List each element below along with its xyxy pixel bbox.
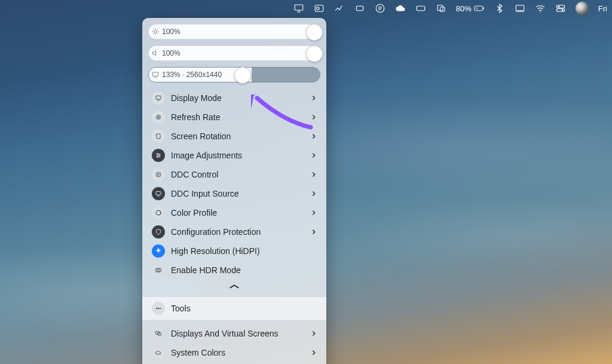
resolution-icon <box>149 71 162 79</box>
chevron-right-icon <box>311 329 317 338</box>
chevron-right-icon <box>311 170 317 179</box>
svg-rect-27 <box>156 192 161 195</box>
chevron-right-icon <box>311 208 317 218</box>
svg-point-15 <box>561 10 563 11</box>
resolution-slider-thumb[interactable] <box>234 67 251 84</box>
menubar-outlook-icon[interactable] <box>314 3 325 14</box>
svg-point-16 <box>154 30 157 33</box>
menu-item-label: System Colors <box>171 348 305 357</box>
menu-item-refresh[interactable]: Refresh Rate <box>148 108 320 127</box>
menubar: 80% II Fri <box>0 0 612 17</box>
cloud-icon <box>152 346 165 359</box>
svg-point-25 <box>156 172 161 177</box>
menubar-cloud-icon[interactable] <box>395 3 406 14</box>
brightness-value-label: 100% <box>162 27 180 36</box>
tools-header[interactable]: Tools <box>142 296 326 320</box>
menu-item-label: Display Mode <box>171 93 305 103</box>
ddc-icon <box>152 168 165 181</box>
menu-item-label: Enable HDR Mode <box>171 265 317 275</box>
primary-menu-list: Display ModeRefresh RateScreen RotationI… <box>148 88 320 280</box>
chevron-right-icon <box>311 93 317 103</box>
color-icon <box>152 206 165 219</box>
menu-item-label: Color Profile <box>171 208 305 218</box>
menubar-clock[interactable]: Fri <box>598 4 607 13</box>
svg-text:II: II <box>476 7 478 10</box>
svg-rect-10 <box>516 5 524 11</box>
menu-item-label: Configuration Protection <box>171 227 305 237</box>
brightness-slider-thumb[interactable] <box>306 24 323 41</box>
shield-icon <box>152 225 165 238</box>
svg-point-2 <box>316 7 319 10</box>
menu-item-sparkle[interactable]: High Resolution (HiDPI) <box>148 241 320 261</box>
svg-rect-0 <box>295 5 303 10</box>
svg-rect-12 <box>556 5 565 8</box>
menubar-chart-icon[interactable] <box>334 3 345 14</box>
rotate-icon <box>152 130 165 143</box>
menu-item-rotate[interactable]: Screen Rotation <box>148 127 320 146</box>
svg-rect-30 <box>157 270 160 271</box>
menubar-moon-weather-icon[interactable] <box>576 2 589 15</box>
menubar-mirror-icon[interactable] <box>436 3 446 14</box>
menu-item-label: Image Adjustments <box>171 151 305 160</box>
sparkle-icon <box>152 244 165 258</box>
menubar-bluetooth-icon[interactable] <box>494 3 505 14</box>
brightness-icon <box>149 27 162 36</box>
more-icon <box>152 302 165 315</box>
menu-item-label: High Resolution (HiDPI) <box>171 246 317 256</box>
svg-point-20 <box>158 117 160 118</box>
refresh-icon <box>152 111 165 124</box>
menubar-keyboard-icon[interactable] <box>415 3 426 14</box>
chevron-right-icon <box>311 189 317 198</box>
svg-point-32 <box>158 308 159 309</box>
menu-item-label: DDC Control <box>171 170 305 179</box>
menu-item-screens[interactable]: Displays And Virtual Screens <box>148 324 320 343</box>
collapse-toggle[interactable] <box>148 282 320 293</box>
menubar-control-center-icon[interactable] <box>555 3 566 14</box>
menu-item-shield[interactable]: Configuration Protection <box>148 222 320 241</box>
menu-item-adjust[interactable]: Image Adjustments <box>148 146 320 165</box>
svg-point-14 <box>558 6 559 8</box>
resolution-value-label: 133% · 2560x1440 <box>162 71 222 79</box>
tools-label: Tools <box>171 304 191 313</box>
menubar-display-icon[interactable] <box>293 3 304 14</box>
svg-point-31 <box>156 308 157 309</box>
screens-icon <box>152 327 165 340</box>
volume-icon <box>149 49 162 57</box>
input-icon <box>152 187 165 200</box>
svg-point-19 <box>157 115 161 120</box>
menu-item-label: DDC Input Source <box>171 189 305 198</box>
svg-rect-18 <box>156 96 161 100</box>
svg-rect-13 <box>556 9 565 12</box>
svg-point-11 <box>540 11 541 13</box>
menubar-wifi-icon[interactable] <box>535 3 546 14</box>
menu-item-hdr[interactable]: Enable HDR Mode <box>148 261 320 280</box>
volume-slider-thumb[interactable] <box>306 45 323 62</box>
menubar-vpn-icon[interactable] <box>354 3 365 14</box>
svg-rect-21 <box>157 134 160 139</box>
chevron-right-icon <box>311 227 317 237</box>
brightness-slider[interactable]: 100% <box>148 24 320 39</box>
menu-item-input[interactable]: DDC Input Source <box>148 184 320 203</box>
volume-value-label: 100% <box>162 49 180 57</box>
menubar-screenshare-icon[interactable] <box>515 3 525 14</box>
menu-item-cloud[interactable]: System Colors <box>148 343 320 362</box>
chevron-right-icon <box>311 151 317 160</box>
menubar-queue-icon[interactable] <box>375 3 385 14</box>
menu-item-color[interactable]: Color Profile <box>148 203 320 222</box>
menubar-battery[interactable]: 80% II <box>456 3 485 14</box>
display-icon <box>152 91 165 105</box>
menu-item-ddc[interactable]: DDC Control <box>148 165 320 184</box>
display-control-panel: 100% 100% 133% · 2560x1440 Display ModeR… <box>142 18 326 364</box>
svg-rect-8 <box>483 7 484 10</box>
resolution-slider[interactable]: 133% · 2560x1440 <box>148 67 320 82</box>
chevron-right-icon <box>311 112 317 122</box>
chevron-right-icon <box>311 131 317 141</box>
menu-item-label: Displays And Virtual Screens <box>171 329 305 338</box>
svg-point-26 <box>158 174 160 176</box>
svg-rect-4 <box>417 6 425 11</box>
secondary-menu-list: Displays And Virtual ScreensSystem Color… <box>148 324 320 364</box>
menu-item-display[interactable]: Display Mode <box>148 88 320 108</box>
volume-slider[interactable]: 100% <box>148 45 320 61</box>
hdr-icon <box>152 264 165 277</box>
svg-rect-29 <box>156 268 161 272</box>
